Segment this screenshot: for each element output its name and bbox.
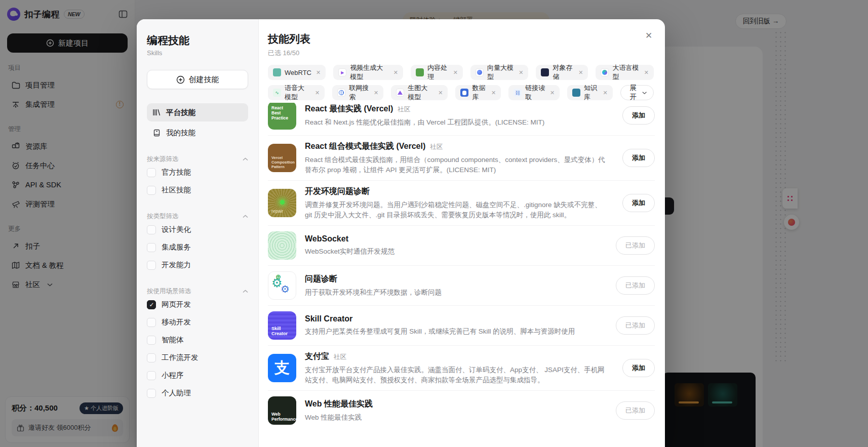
create-skill-button[interactable]: 创建技能 [147,70,248,89]
filter-agent[interactable]: 智能体 [147,331,248,349]
voice-model-icon: ∿ [273,89,281,97]
skill-row-web-performance: Web Performance Web 性能最佳实践 Web 性能最佳实践 已添… [268,391,655,427]
tag-content-processing[interactable]: 内容处理✕ [411,65,463,80]
filter-mobile-dev[interactable]: 移动开发 [147,313,248,331]
added-skill-button[interactable]: 已添加 [616,401,655,420]
gears-icon: ⚙⚙⊕ [268,271,296,300]
remove-tag-icon[interactable]: ✕ [453,69,458,76]
tag-database[interactable]: 数据库✕ [455,85,501,100]
alipay-icon: 支 [268,354,296,382]
expand-tags-button[interactable]: 展开 [620,85,654,100]
add-skill-button[interactable]: 添加 [622,359,655,377]
remove-tag-icon[interactable]: ✕ [393,69,398,76]
skill-title: Web 性能最佳实践 [305,399,373,410]
add-skill-button[interactable]: 添加 [622,149,655,167]
checkbox-unchecked[interactable] [147,336,156,345]
skill-description: 支付宝开放平台支付产品接入最佳实践。涵盖当面付、订单码支付、App支付、 JSA… [305,365,609,385]
tag-link-reader[interactable]: ⛓链接读取✕ [508,85,560,100]
remove-tag-icon[interactable]: ✕ [644,69,649,76]
react-best-practice-icon: React Best Practice [268,103,296,130]
web-performance-icon: Web Performance [268,396,296,425]
remove-tag-icon[interactable]: ✕ [550,90,555,96]
skill-title: Skill Creator [305,314,352,323]
close-icon[interactable]: ✕ [642,28,656,43]
skill-row-diagnosis: ⚙⚙⊕ 问题诊断 用于获取开发环境和生产环境数据，诊断问题 已添加 [268,266,655,306]
content-icon [416,68,424,76]
filter-mini-program[interactable]: 小程序 [147,367,248,384]
tag-image-model[interactable]: 生图大模型✕ [391,85,448,100]
skill-row-websocket: WebSocket WebSocket实时通信开发规范 已添加 [268,226,655,266]
checkbox-unchecked[interactable] [147,371,156,380]
tag-llm[interactable]: 大语言模型✕ [596,65,654,80]
tab-platform-skills[interactable]: 平台技能 [147,103,248,121]
skill-title: React 最佳实践 (Vercel) [305,104,393,114]
tag-video-model[interactable]: ▶视频生成大模型✕ [333,65,403,80]
added-skill-button[interactable]: 已添加 [616,236,655,255]
filter-design[interactable]: 设计美化 [147,221,248,238]
checkbox-unchecked[interactable] [147,243,156,252]
skill-description: WebSocket实时通信开发规范 [305,247,607,257]
chevron-down-icon [642,91,647,95]
checkbox-unchecked[interactable] [147,225,156,234]
skill-row-react-best-practice: React Best Practice React 最佳实践 (Vercel) … [268,103,655,136]
llm-icon [601,68,609,76]
community-badge: 社区 [334,353,346,361]
skills-modal: 编程技能 Skills 创建技能 平台技能 我的技能 按来源筛选 官方技能 [137,19,665,447]
filter-web-dev[interactable]: 网页开发 [147,296,248,313]
checkbox-unchecked[interactable] [147,261,156,270]
added-skill-button[interactable]: 已添加 [616,316,655,335]
skill-title: 支付宝 [305,351,329,362]
checkbox-unchecked[interactable] [147,318,156,327]
skill-description: React 和 Next.js 性能优化最佳指南，由 Vercel 工程团队提供… [305,117,609,128]
filter-personal-assistant[interactable]: 个人助理 [147,384,248,402]
tag-knowledge-base[interactable]: 知识库✕ [567,85,613,100]
skill-title: 开发环境问题诊断 [305,186,370,197]
filter-group-source: 按来源筛选 官方技能 社区技能 [147,155,248,199]
skill-description: 支持用户把某类任务整理成可复用 Skill，或继续完善已有 Skill 的说明、… [305,327,607,337]
plus-icon [176,75,185,84]
filter-official-skills[interactable]: 官方技能 [147,164,248,181]
chevron-up-icon[interactable] [243,215,248,218]
skill-title: WebSocket [305,234,348,243]
remove-tag-icon[interactable]: ✕ [316,69,321,76]
skill-description: Web 性能最佳实践 [305,413,607,423]
tag-voice-model[interactable]: ∿语音大模型✕ [268,85,325,100]
checkbox-unchecked[interactable] [147,186,156,195]
remove-tag-icon[interactable]: ✕ [519,69,523,76]
remove-tag-icon[interactable]: ✕ [603,90,608,96]
webrtc-icon [273,68,281,76]
skill-row-skill-creator: Skill Creator Skill Creator 支持用户把某类任务整理成… [268,306,655,346]
remove-tag-icon[interactable]: ✕ [578,69,583,76]
remove-tag-icon[interactable]: ✕ [491,90,496,96]
checkbox-unchecked[interactable] [147,353,156,362]
skills-list-title: 技能列表 [268,32,654,46]
chevron-up-icon[interactable] [243,290,248,293]
tag-object-storage[interactable]: 对象存储✕ [536,65,588,80]
chevron-up-icon[interactable] [243,157,248,161]
tag-vector-model[interactable]: 向量大模型✕ [470,65,529,80]
add-skill-button[interactable]: 添加 [622,106,655,125]
checkbox-checked[interactable] [147,300,156,309]
video-model-icon: ▶ [338,68,346,76]
tag-web-search[interactable]: 联网搜索✕ [332,85,383,100]
add-skill-button[interactable]: 添加 [622,194,655,212]
added-skill-button[interactable]: 已添加 [616,276,655,295]
community-badge: 社区 [430,143,443,151]
vercel-composition-icon: Vercel Composition Pattern [268,144,296,172]
modal-title: 编程技能 [147,33,248,48]
skills-scroll-area[interactable]: React Best Practice React 最佳实践 (Vercel) … [268,103,655,427]
filter-integration-service[interactable]: 集成服务 [147,238,248,256]
remove-tag-icon[interactable]: ✕ [315,90,320,96]
web-search-icon [337,89,345,97]
filter-workflow-dev[interactable]: 工作流开发 [147,349,248,367]
filter-community-skills[interactable]: 社区技能 [147,181,248,199]
remove-tag-icon[interactable]: ✕ [438,90,443,96]
filter-group-type: 按类型筛选 设计美化 集成服务 开发能力 [147,212,248,274]
skill-row-alipay: 支 支付宝 社区 支付宝开放平台支付产品接入最佳实践。涵盖当面付、订单码支付、A… [268,346,655,391]
tag-webrtc[interactable]: WebRTC✕ [268,65,326,80]
filter-dev-capability[interactable]: 开发能力 [147,256,248,274]
checkbox-unchecked[interactable] [147,168,156,177]
tab-my-skills[interactable]: 我的技能 [147,124,248,142]
remove-tag-icon[interactable]: ✕ [374,90,378,96]
checkbox-unchecked[interactable] [147,389,156,398]
